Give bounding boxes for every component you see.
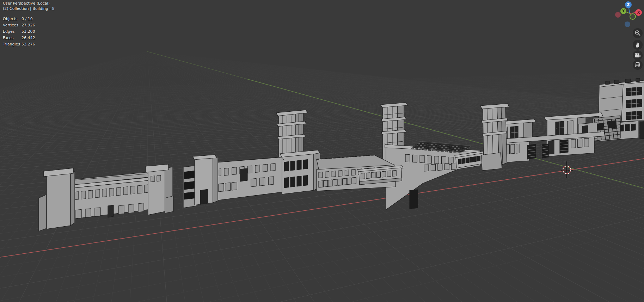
view-mode-label: User Perspective (Local) bbox=[3, 1, 55, 6]
stat-faces: Faces 26,442 bbox=[3, 35, 55, 41]
zoom-button[interactable] bbox=[633, 28, 643, 38]
navigation-gizmo[interactable]: Z Y X bbox=[615, 0, 644, 29]
gizmo-x-neg-axis[interactable] bbox=[615, 12, 621, 18]
perspective-toggle-button[interactable] bbox=[633, 60, 643, 70]
stat-edges: Edges 53,200 bbox=[3, 29, 55, 35]
blender-3d-viewport[interactable]: User Perspective (Local) (2) Collection … bbox=[0, 0, 644, 302]
zoom-icon bbox=[634, 29, 642, 37]
gizmo-y-axis[interactable]: Y bbox=[620, 8, 626, 14]
camera-view-button[interactable] bbox=[633, 50, 643, 60]
stat-objects: Objects 0 / 10 bbox=[3, 16, 55, 22]
camera-view-icon bbox=[634, 51, 642, 59]
active-collection-label: (2) Collection | Building - 8 bbox=[3, 6, 55, 11]
scene-statistics: Objects 0 / 10 Vertices 27,926 Edges 53,… bbox=[3, 16, 55, 48]
grid-ortho-icon bbox=[634, 61, 642, 69]
pan-hand-icon bbox=[634, 41, 642, 49]
pan-view-button[interactable] bbox=[633, 40, 643, 50]
viewport-canvas[interactable] bbox=[0, 0, 644, 302]
viewport-overlay-stats: User Perspective (Local) (2) Collection … bbox=[3, 1, 55, 48]
gizmo-z-neg-axis[interactable] bbox=[625, 21, 630, 27]
stat-vertices: Vertices 27,926 bbox=[3, 22, 55, 29]
stat-triangles: Triangles 53,276 bbox=[3, 41, 55, 48]
gizmo-y-neg-axis[interactable] bbox=[630, 13, 636, 20]
gizmo-x-axis[interactable]: X bbox=[635, 9, 642, 16]
gizmo-z-axis[interactable]: Z bbox=[625, 1, 632, 8]
